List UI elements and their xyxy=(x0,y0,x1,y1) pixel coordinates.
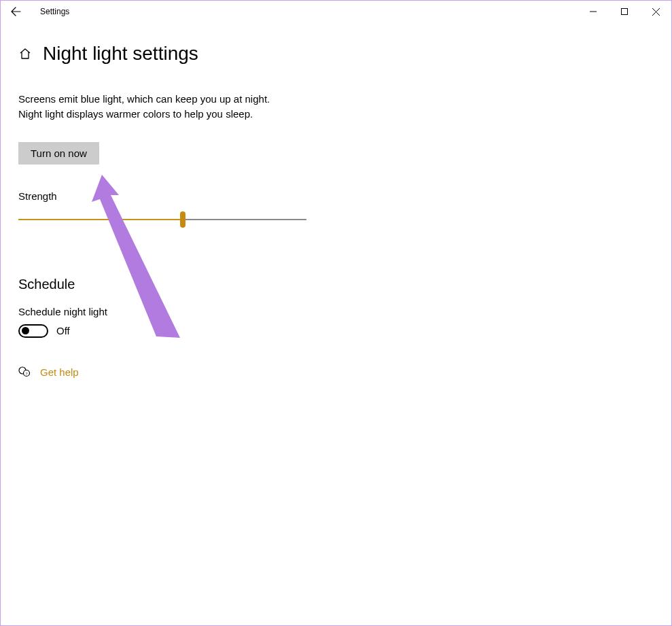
schedule-toggle-label: Schedule night light xyxy=(18,306,671,317)
slider-track-filled xyxy=(18,219,183,220)
close-icon xyxy=(652,8,660,16)
slider-thumb[interactable] xyxy=(180,211,185,228)
strength-slider[interactable] xyxy=(18,214,306,225)
titlebar: Settings xyxy=(1,1,671,22)
back-arrow-icon xyxy=(10,6,21,17)
home-icon[interactable] xyxy=(18,47,32,60)
content-area: Night light settings Screens emit blue l… xyxy=(1,22,671,380)
toggle-knob xyxy=(22,327,29,334)
back-button[interactable] xyxy=(1,1,31,22)
maximize-icon xyxy=(621,8,628,15)
close-button[interactable] xyxy=(640,1,671,22)
slider-track-empty xyxy=(183,219,306,220)
schedule-toggle[interactable] xyxy=(18,324,48,338)
turn-on-now-button[interactable]: Turn on now xyxy=(18,142,99,164)
strength-section: Strength xyxy=(18,190,671,225)
description-line2: Night light displays warmer colors to he… xyxy=(18,108,253,120)
window-controls xyxy=(578,1,671,22)
svg-text:?: ? xyxy=(25,371,27,377)
minimize-button[interactable] xyxy=(578,1,609,22)
app-title: Settings xyxy=(40,7,69,16)
schedule-toggle-state: Off xyxy=(56,325,70,336)
help-row: ? Get help xyxy=(18,365,671,380)
minimize-icon xyxy=(590,8,597,15)
page-header: Night light settings xyxy=(18,43,671,65)
schedule-heading: Schedule xyxy=(18,277,671,292)
get-help-link[interactable]: Get help xyxy=(40,366,79,378)
page-title: Night light settings xyxy=(43,43,198,65)
maximize-button[interactable] xyxy=(609,1,640,22)
description-line1: Screens emit blue light, which can keep … xyxy=(18,93,270,105)
svg-rect-0 xyxy=(622,9,628,15)
schedule-toggle-row: Off xyxy=(18,324,671,338)
strength-label: Strength xyxy=(18,190,671,202)
help-icon: ? xyxy=(18,365,31,380)
description-text: Screens emit blue light, which can keep … xyxy=(18,92,671,122)
